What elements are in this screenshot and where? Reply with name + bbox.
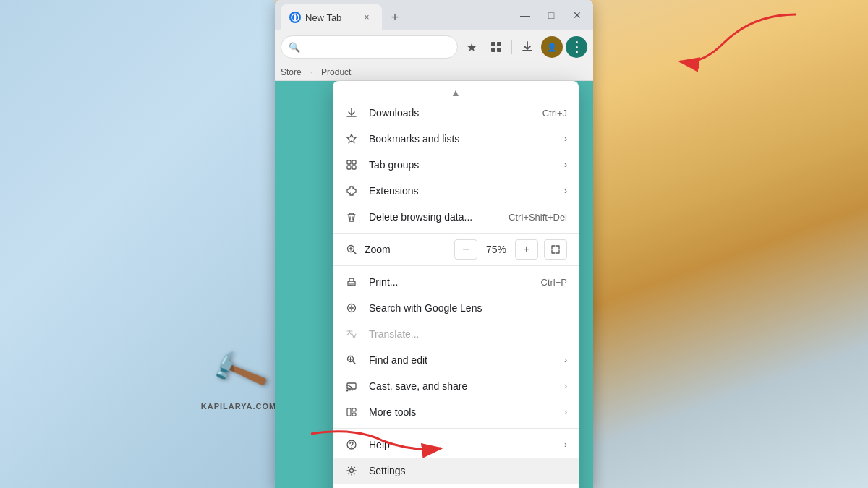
search-icon: 🔍 — [289, 42, 300, 53]
more-tools-arrow: › — [564, 407, 567, 417]
find-edit-arrow: › — [564, 355, 567, 365]
menu-item-print[interactable]: Print... Ctrl+P — [333, 269, 579, 295]
cast-save-label: Cast, save, and share — [369, 380, 554, 392]
help-arrow: › — [564, 440, 567, 450]
divider-1 — [333, 233, 579, 234]
puzzle-icon — [344, 184, 359, 198]
bookmark-product[interactable]: Product — [321, 67, 351, 77]
menu-item-delete-browsing[interactable]: Delete browsing data... Ctrl+Shift+Del — [333, 204, 579, 230]
svg-rect-4 — [497, 48, 501, 52]
svg-rect-8 — [352, 166, 356, 169]
gear-icon — [344, 463, 359, 478]
help-label: Help — [369, 439, 554, 450]
svg-point-20 — [351, 447, 352, 448]
zoom-fullscreen-button[interactable] — [544, 239, 567, 260]
extensions-arrow: › — [564, 186, 567, 196]
print-icon — [344, 275, 359, 289]
more-tools-label: More tools — [369, 406, 554, 418]
delete-browsing-label: Delete browsing data... — [369, 211, 498, 223]
divider-2 — [333, 265, 579, 266]
cast-save-arrow: › — [564, 381, 567, 391]
extensions-label: Extensions — [369, 185, 554, 197]
maximize-button[interactable]: □ — [541, 5, 561, 25]
zoom-plus-button[interactable]: + — [515, 239, 538, 260]
cast-icon — [344, 379, 359, 393]
menu-item-extensions[interactable]: Extensions › — [333, 178, 579, 204]
svg-rect-7 — [347, 166, 351, 169]
settings-label: Settings — [369, 465, 567, 476]
toolbar: 🔍 ★ 👤 ⋮ — [275, 30, 593, 64]
tab-close-button[interactable]: × — [360, 11, 373, 24]
browser-tab[interactable]: New Tab × — [281, 4, 382, 30]
download-button[interactable] — [516, 36, 538, 58]
print-label: Print... — [369, 276, 531, 288]
translate-label: Translate... — [369, 328, 567, 340]
tab-groups-arrow: › — [564, 160, 567, 170]
menu-item-more-tools[interactable]: More tools › — [333, 399, 579, 425]
find-edit-label: Find and edit — [369, 354, 554, 366]
menu-item-settings[interactable]: Settings — [333, 458, 579, 484]
search-lens-label: Search with Google Lens — [369, 302, 567, 314]
tools-icon — [344, 405, 359, 419]
menu-item-downloads[interactable]: Downloads Ctrl+J — [333, 100, 579, 126]
download-icon — [344, 106, 359, 120]
divider-3 — [333, 428, 579, 429]
bookmark-bar: Store · Product — [275, 64, 593, 81]
svg-rect-17 — [352, 408, 356, 411]
trash-icon — [344, 210, 359, 224]
svg-rect-10 — [348, 281, 355, 286]
menu-item-tab-groups[interactable]: Tab groups › — [333, 152, 579, 178]
extension-button[interactable] — [485, 36, 507, 58]
close-button[interactable]: ✕ — [567, 5, 587, 25]
watermark: KAPILARYA.COM — [201, 402, 276, 411]
star-icon — [344, 132, 359, 146]
downloads-label: Downloads — [369, 107, 532, 119]
three-dot-menu-button[interactable]: ⋮ — [566, 36, 587, 58]
svg-rect-16 — [347, 408, 351, 416]
window-controls: — □ ✕ — [515, 5, 587, 30]
minimize-button[interactable]: — — [515, 5, 535, 25]
zoom-icon — [344, 242, 359, 257]
title-bar: New Tab × + — □ ✕ — [275, 0, 593, 30]
svg-rect-6 — [352, 160, 356, 164]
tab-favicon — [289, 12, 301, 23]
address-bar[interactable]: 🔍 — [281, 35, 458, 59]
bookmark-star-button[interactable]: ★ — [461, 36, 482, 58]
menu-item-cast-save[interactable]: Cast, save, and share › — [333, 373, 579, 399]
bookmarks-arrow: › — [564, 134, 567, 144]
zoom-value: 75% — [483, 244, 509, 255]
translate-icon — [344, 327, 359, 341]
profile-button[interactable]: 👤 — [541, 36, 563, 58]
zoom-label: Zoom — [365, 244, 448, 255]
zoom-control: Zoom − 75% + — [333, 236, 579, 262]
help-icon — [344, 437, 359, 452]
toolbar-divider — [511, 40, 512, 54]
menu-item-search-lens[interactable]: Search with Google Lens — [333, 295, 579, 321]
downloads-shortcut: Ctrl+J — [542, 108, 567, 119]
grid-icon — [344, 158, 359, 172]
new-tab-button[interactable]: + — [385, 7, 405, 27]
delete-browsing-shortcut: Ctrl+Shift+Del — [509, 212, 567, 223]
zoom-minus-button[interactable]: − — [454, 239, 477, 260]
lens-icon — [344, 301, 359, 315]
tab-title: New Tab — [305, 12, 356, 23]
svg-rect-5 — [347, 160, 351, 164]
bookmarks-label: Bookmarks and lists — [369, 133, 554, 145]
svg-point-21 — [350, 469, 354, 473]
tab-groups-label: Tab groups — [369, 159, 554, 171]
menu-item-exit[interactable]: Exit — [333, 484, 579, 488]
svg-point-15 — [346, 390, 349, 392]
bookmark-store[interactable]: Store — [281, 67, 302, 77]
svg-rect-3 — [491, 48, 495, 52]
svg-rect-18 — [352, 413, 356, 416]
svg-rect-2 — [497, 42, 501, 46]
svg-rect-1 — [491, 42, 495, 46]
menu-item-help[interactable]: Help › — [333, 432, 579, 458]
menu-item-translate[interactable]: Translate... — [333, 321, 579, 347]
print-shortcut: Ctrl+P — [541, 277, 567, 288]
menu-item-bookmarks[interactable]: Bookmarks and lists › — [333, 126, 579, 152]
menu-caret: ▲ — [333, 85, 579, 100]
find-icon — [344, 353, 359, 367]
menu-item-find-edit[interactable]: Find and edit › — [333, 347, 579, 373]
